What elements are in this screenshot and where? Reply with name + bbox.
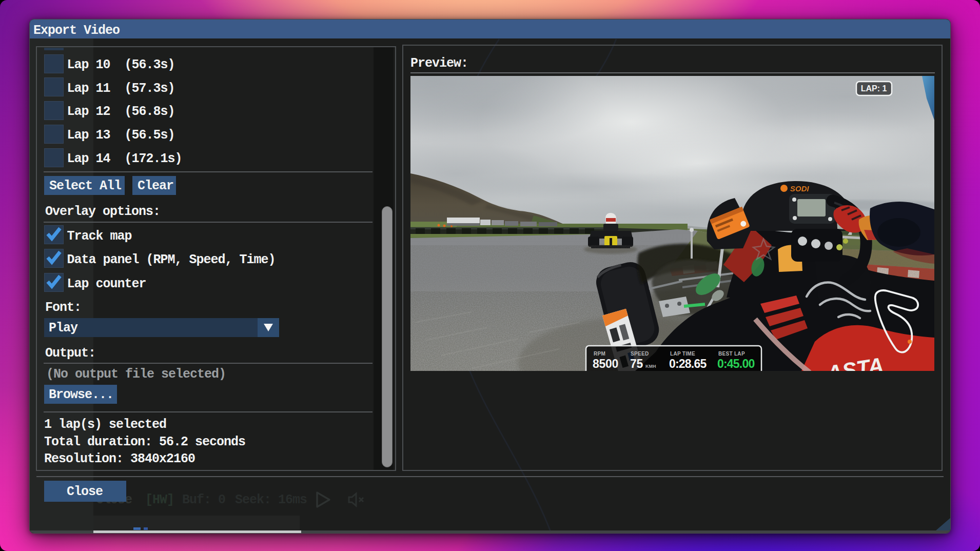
svg-text:LAP TIME: LAP TIME bbox=[670, 351, 695, 357]
svg-text:SODI: SODI bbox=[790, 184, 810, 193]
svg-text:BEST LAP: BEST LAP bbox=[718, 351, 745, 357]
svg-text:0:45.00: 0:45.00 bbox=[717, 357, 754, 370]
svg-text:KMH: KMH bbox=[645, 364, 656, 369]
svg-text:LAP: 1: LAP: 1 bbox=[861, 84, 887, 93]
svg-text:RPM: RPM bbox=[594, 351, 605, 357]
svg-text:0:28.65: 0:28.65 bbox=[669, 357, 707, 370]
svg-text:75: 75 bbox=[630, 357, 643, 370]
svg-text:SPEED: SPEED bbox=[631, 351, 649, 357]
svg-text:8500: 8500 bbox=[593, 357, 618, 370]
